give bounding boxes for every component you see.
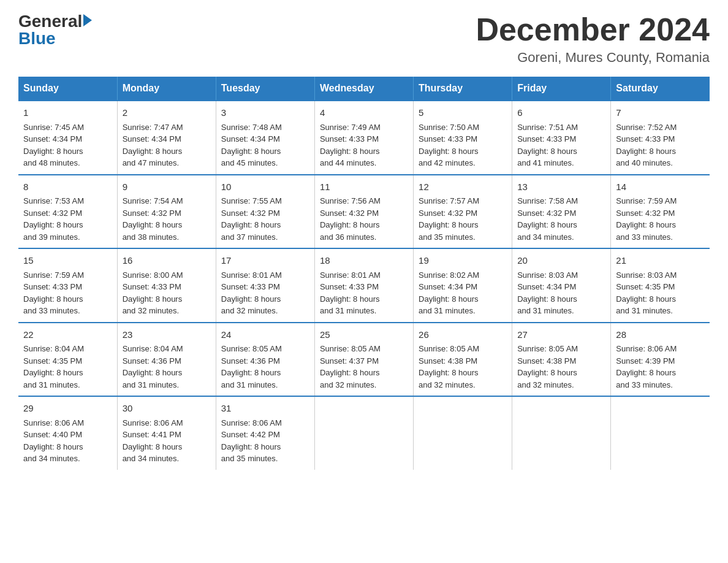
day-info: and 31 minutes. (23, 379, 112, 391)
day-info: Sunrise: 8:05 AM (517, 343, 605, 355)
day-info: Sunrise: 7:50 AM (419, 121, 507, 134)
day-info: Daylight: 8 hours (517, 293, 605, 305)
calendar-cell: 11Sunrise: 7:56 AMSunset: 4:32 PMDayligh… (314, 175, 413, 249)
day-info: Sunset: 4:33 PM (23, 281, 112, 293)
calendar-cell: 19Sunrise: 8:02 AMSunset: 4:34 PMDayligh… (414, 248, 512, 323)
day-info: Sunrise: 8:06 AM (23, 417, 112, 429)
calendar-cell: 26Sunrise: 8:05 AMSunset: 4:38 PMDayligh… (414, 323, 512, 397)
calendar-cell: 27Sunrise: 8:05 AMSunset: 4:38 PMDayligh… (512, 323, 611, 397)
calendar-header: SundayMondayTuesdayWednesdayThursdayFrid… (18, 77, 710, 101)
day-info: and 47 minutes. (123, 157, 211, 169)
day-info: and 31 minutes. (123, 379, 211, 391)
day-info: Daylight: 8 hours (320, 219, 408, 231)
day-info: Sunset: 4:33 PM (320, 133, 408, 145)
day-info: Sunrise: 7:58 AM (517, 195, 605, 207)
calendar-cell: 2Sunrise: 7:47 AMSunset: 4:34 PMDaylight… (117, 101, 216, 175)
day-number: 13 (517, 180, 605, 194)
day-info: Sunset: 4:38 PM (517, 355, 605, 367)
subtitle: Goreni, Mures County, Romania (476, 50, 710, 66)
day-info: Sunset: 4:33 PM (616, 133, 705, 145)
day-info: Sunrise: 7:59 AM (23, 269, 112, 282)
day-info: and 34 minutes. (23, 453, 112, 465)
day-info: and 32 minutes. (517, 379, 605, 391)
day-info: Daylight: 8 hours (419, 367, 507, 379)
day-info: and 32 minutes. (221, 305, 309, 317)
calendar-table: SundayMondayTuesdayWednesdayThursdayFrid… (18, 77, 710, 470)
week-row-4: 22Sunrise: 8:04 AMSunset: 4:35 PMDayligh… (18, 323, 710, 397)
day-number: 16 (123, 254, 211, 268)
calendar-cell: 22Sunrise: 8:04 AMSunset: 4:35 PMDayligh… (18, 323, 117, 397)
title-area: December 2024 Goreni, Mures County, Roma… (476, 12, 710, 66)
column-header-saturday: Saturday (611, 77, 710, 101)
day-info: Sunset: 4:36 PM (123, 355, 211, 367)
calendar-body: 1Sunrise: 7:45 AMSunset: 4:34 PMDaylight… (18, 101, 710, 470)
day-info: and 35 minutes. (419, 231, 507, 243)
calendar-cell (512, 396, 611, 470)
day-info: Daylight: 8 hours (23, 145, 112, 158)
day-info: Sunset: 4:32 PM (221, 207, 309, 220)
day-info: Sunrise: 8:06 AM (221, 417, 309, 429)
day-info: and 41 minutes. (517, 157, 605, 169)
day-info: Daylight: 8 hours (616, 219, 705, 231)
day-info: Daylight: 8 hours (517, 145, 605, 158)
calendar-cell: 4Sunrise: 7:49 AMSunset: 4:33 PMDaylight… (314, 101, 413, 175)
day-number: 29 (23, 402, 112, 416)
calendar-cell: 28Sunrise: 8:06 AMSunset: 4:39 PMDayligh… (611, 323, 710, 397)
day-number: 26 (419, 328, 507, 342)
day-info: and 44 minutes. (320, 157, 408, 169)
day-number: 4 (320, 106, 408, 120)
day-info: Daylight: 8 hours (517, 367, 605, 379)
day-info: Sunrise: 8:06 AM (616, 343, 705, 355)
column-header-thursday: Thursday (414, 77, 512, 101)
day-info: and 34 minutes. (123, 453, 211, 465)
day-info: Sunrise: 8:01 AM (221, 269, 309, 282)
day-info: Sunset: 4:39 PM (616, 355, 705, 367)
day-info: Sunrise: 8:04 AM (23, 343, 112, 355)
logo: General Blue (18, 12, 92, 48)
day-info: Daylight: 8 hours (221, 293, 309, 305)
day-number: 17 (221, 254, 309, 268)
day-info: and 45 minutes. (221, 157, 309, 169)
day-info: Daylight: 8 hours (221, 145, 309, 158)
week-row-5: 29Sunrise: 8:06 AMSunset: 4:40 PMDayligh… (18, 396, 710, 470)
calendar-cell: 7Sunrise: 7:52 AMSunset: 4:33 PMDaylight… (611, 101, 710, 175)
day-info: Sunrise: 8:03 AM (616, 269, 705, 282)
day-info: Sunrise: 8:00 AM (123, 269, 211, 282)
day-number: 7 (616, 106, 705, 120)
day-info: Daylight: 8 hours (616, 293, 705, 305)
day-number: 23 (123, 328, 211, 342)
day-number: 1 (23, 106, 112, 120)
calendar-cell: 24Sunrise: 8:05 AMSunset: 4:36 PMDayligh… (216, 323, 314, 397)
day-info: Daylight: 8 hours (123, 219, 211, 231)
week-row-2: 8Sunrise: 7:53 AMSunset: 4:32 PMDaylight… (18, 175, 710, 249)
day-info: and 31 minutes. (419, 305, 507, 317)
day-info: and 31 minutes. (221, 379, 309, 391)
day-info: Sunrise: 7:57 AM (419, 195, 507, 207)
calendar-cell: 23Sunrise: 8:04 AMSunset: 4:36 PMDayligh… (117, 323, 216, 397)
day-info: and 37 minutes. (221, 231, 309, 243)
day-info: Sunset: 4:33 PM (419, 133, 507, 145)
day-info: Daylight: 8 hours (123, 145, 211, 158)
day-info: Sunrise: 8:05 AM (419, 343, 507, 355)
day-info: Daylight: 8 hours (123, 367, 211, 379)
day-number: 6 (517, 106, 605, 120)
day-info: Daylight: 8 hours (320, 293, 408, 305)
day-info: and 32 minutes. (123, 305, 211, 317)
day-number: 9 (123, 180, 211, 194)
day-info: Sunset: 4:32 PM (419, 207, 507, 220)
day-info: Sunrise: 8:04 AM (123, 343, 211, 355)
day-info: Daylight: 8 hours (419, 145, 507, 158)
main-title: December 2024 (476, 12, 710, 47)
day-info: Sunset: 4:36 PM (221, 355, 309, 367)
calendar-cell: 20Sunrise: 8:03 AMSunset: 4:34 PMDayligh… (512, 248, 611, 323)
day-info: Sunset: 4:35 PM (616, 281, 705, 293)
day-number: 22 (23, 328, 112, 342)
day-number: 12 (419, 180, 507, 194)
day-info: Sunset: 4:34 PM (221, 133, 309, 145)
day-info: Sunset: 4:41 PM (123, 429, 211, 441)
day-number: 19 (419, 254, 507, 268)
calendar-cell (414, 396, 512, 470)
day-number: 8 (23, 180, 112, 194)
day-info: Daylight: 8 hours (616, 145, 705, 158)
day-number: 14 (616, 180, 705, 194)
